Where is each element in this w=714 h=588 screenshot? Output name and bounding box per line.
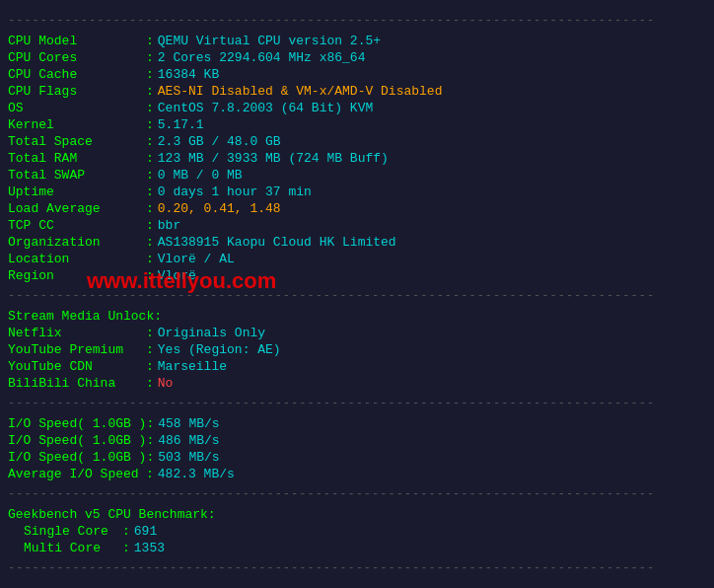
benchmark-section: Geekbench v5 CPU Benchmark: Single Core … bbox=[8, 507, 706, 555]
label-total-space: Total Space bbox=[8, 134, 146, 149]
label-stream-media: Stream Media Unlock bbox=[8, 309, 154, 324]
row-organization: Organization : AS138915 Kaopu Cloud HK L… bbox=[8, 235, 706, 250]
label-netflix: Netflix bbox=[8, 326, 146, 340]
stream-media-section: Stream Media Unlock : Netflix : Original… bbox=[8, 309, 706, 391]
label-youtube-premium: YouTube Premium bbox=[8, 342, 146, 357]
value-multi-core: 1353 bbox=[134, 541, 165, 555]
row-cpu-flags: CPU Flags : AES-NI Disabled & VM-x/AMD-V… bbox=[8, 84, 706, 99]
value-cpu-cache: 16384 KB bbox=[158, 67, 219, 82]
label-io-2: I/O Speed( 1.0GB ) bbox=[8, 433, 146, 448]
label-os: OS bbox=[8, 101, 146, 115]
value-cpu-model: QEMU Virtual CPU version 2.5+ bbox=[158, 34, 381, 48]
label-tcp-cc: TCP CC bbox=[8, 218, 146, 233]
row-youtube-premium: YouTube Premium : Yes (Region: AE) bbox=[8, 342, 706, 357]
row-os: OS : CentOS 7.8.2003 (64 Bit) KVM bbox=[8, 101, 706, 115]
label-cpu-cores: CPU Cores bbox=[8, 50, 146, 65]
label-cpu-flags: CPU Flags bbox=[8, 84, 146, 99]
label-total-swap: Total SWAP bbox=[8, 168, 146, 183]
value-region: Vlorë bbox=[158, 268, 196, 283]
value-io-2: 486 MB/s bbox=[158, 433, 219, 448]
value-netflix: Originals Only bbox=[158, 326, 265, 340]
value-location: Vlorë / AL bbox=[158, 252, 235, 266]
value-organization: AS138915 Kaopu Cloud HK Limited bbox=[158, 235, 396, 250]
label-bilibili: BiliBili China bbox=[8, 376, 146, 391]
row-cpu-model: CPU Model : QEMU Virtual CPU version 2.5… bbox=[8, 34, 706, 48]
row-total-space: Total Space : 2.3 GB / 48.0 GB bbox=[8, 134, 706, 149]
divider-3: ----------------------------------------… bbox=[8, 397, 706, 410]
row-total-swap: Total SWAP : 0 MB / 0 MB bbox=[8, 168, 706, 183]
label-uptime: Uptime bbox=[8, 184, 146, 199]
row-cpu-cache: CPU Cache : 16384 KB bbox=[8, 67, 706, 82]
row-total-ram: Total RAM : 123 MB / 3933 MB (724 MB Buf… bbox=[8, 151, 706, 166]
main-container: ----------------------------------------… bbox=[8, 14, 706, 575]
value-single-core: 691 bbox=[134, 524, 157, 539]
io-speed-section: I/O Speed( 1.0GB ) : 458 MB/s I/O Speed(… bbox=[8, 416, 706, 481]
row-tcp-cc: TCP CC : bbr bbox=[8, 218, 706, 233]
row-multi-core: Multi Core : 1353 bbox=[8, 541, 706, 555]
label-io-3: I/O Speed( 1.0GB ) bbox=[8, 450, 146, 465]
divider-4: ----------------------------------------… bbox=[8, 487, 706, 501]
value-kernel: 5.17.1 bbox=[158, 117, 204, 132]
row-io-avg: Average I/O Speed : 482.3 MB/s bbox=[8, 467, 706, 481]
label-kernel: Kernel bbox=[8, 117, 146, 132]
value-total-ram: 123 MB / 3933 MB (724 MB Buff) bbox=[158, 151, 389, 166]
value-io-avg: 482.3 MB/s bbox=[158, 467, 235, 481]
divider-2: ----------------------------------------… bbox=[8, 289, 706, 303]
value-io-1: 458 MB/s bbox=[158, 416, 219, 431]
label-region: Region bbox=[8, 268, 146, 283]
value-tcp-cc: bbr bbox=[158, 218, 180, 233]
label-single-core: Single Core bbox=[24, 524, 122, 539]
divider-top: ----------------------------------------… bbox=[8, 14, 706, 28]
row-kernel: Kernel : 5.17.1 bbox=[8, 117, 706, 132]
value-cpu-flags: AES-NI Disabled & VM-x/AMD-V Disabled bbox=[158, 84, 443, 99]
value-cpu-cores: 2 Cores 2294.604 MHz x86_64 bbox=[158, 50, 366, 65]
row-load-average: Load Average : 0.20, 0.41, 1.48 bbox=[8, 201, 706, 216]
row-bilibili: BiliBili China : No bbox=[8, 376, 706, 391]
label-benchmark-title: Geekbench v5 CPU Benchmark: bbox=[8, 507, 216, 522]
row-netflix: Netflix : Originals Only bbox=[8, 326, 706, 340]
value-total-space: 2.3 GB / 48.0 GB bbox=[158, 134, 281, 149]
value-os: CentOS 7.8.2003 (64 Bit) KVM bbox=[158, 101, 373, 115]
divider-bottom: ----------------------------------------… bbox=[8, 561, 706, 575]
value-youtube-premium: Yes (Region: AE) bbox=[158, 342, 281, 357]
value-bilibili: No bbox=[158, 376, 174, 391]
label-total-ram: Total RAM bbox=[8, 151, 146, 166]
row-io-2: I/O Speed( 1.0GB ) : 486 MB/s bbox=[8, 433, 706, 448]
row-youtube-cdn: YouTube CDN : Marseille bbox=[8, 359, 706, 374]
label-io-1: I/O Speed( 1.0GB ) bbox=[8, 416, 146, 431]
stream-media-title: Stream Media Unlock : bbox=[8, 309, 706, 324]
label-youtube-cdn: YouTube CDN bbox=[8, 359, 146, 374]
label-cpu-model: CPU Model bbox=[8, 34, 146, 48]
label-location: Location bbox=[8, 252, 146, 266]
system-info-section: CPU Model : QEMU Virtual CPU version 2.5… bbox=[8, 34, 706, 283]
label-io-avg: Average I/O Speed bbox=[8, 467, 146, 481]
value-youtube-cdn: Marseille bbox=[158, 359, 227, 374]
label-cpu-cache: CPU Cache bbox=[8, 67, 146, 82]
value-total-swap: 0 MB / 0 MB bbox=[158, 168, 243, 183]
value-uptime: 0 days 1 hour 37 min bbox=[158, 184, 312, 199]
value-load-average: 0.20, 0.41, 1.48 bbox=[158, 201, 281, 216]
label-load-average: Load Average bbox=[8, 201, 146, 216]
row-region: Region : Vlorë bbox=[8, 268, 706, 283]
row-single-core: Single Core : 691 bbox=[8, 524, 706, 539]
row-location: Location : Vlorë / AL bbox=[8, 252, 706, 266]
row-uptime: Uptime : 0 days 1 hour 37 min bbox=[8, 184, 706, 199]
benchmark-title: Geekbench v5 CPU Benchmark: bbox=[8, 507, 706, 522]
row-cpu-cores: CPU Cores : 2 Cores 2294.604 MHz x86_64 bbox=[8, 50, 706, 65]
label-organization: Organization bbox=[8, 235, 146, 250]
row-io-1: I/O Speed( 1.0GB ) : 458 MB/s bbox=[8, 416, 706, 431]
value-io-3: 503 MB/s bbox=[158, 450, 219, 465]
label-multi-core: Multi Core bbox=[24, 541, 122, 555]
row-io-3: I/O Speed( 1.0GB ) : 503 MB/s bbox=[8, 450, 706, 465]
